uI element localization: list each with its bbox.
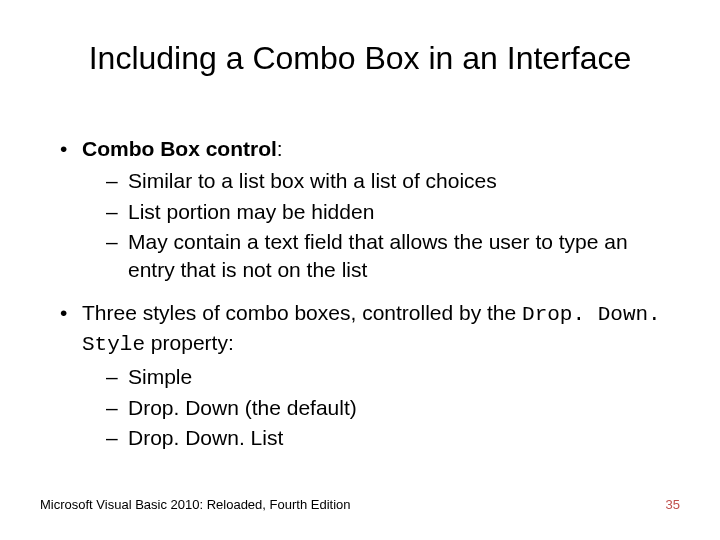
sub-item: List portion may be hidden xyxy=(106,198,670,226)
bullet-lead: Combo Box control xyxy=(82,137,277,160)
sublist-three-styles: Simple Drop. Down (the default) Drop. Do… xyxy=(60,363,670,452)
bullet-text-after: property: xyxy=(145,331,234,354)
slide-body: Combo Box control: Similar to a list box… xyxy=(60,135,670,454)
bullet-text-before: Three styles of combo boxes, controlled … xyxy=(82,301,522,324)
slide: Including a Combo Box in an Interface Co… xyxy=(0,0,720,540)
sub-item: Drop. Down. List xyxy=(106,424,670,452)
sub-item: Simple xyxy=(106,363,670,391)
footer-source: Microsoft Visual Basic 2010: Reloaded, F… xyxy=(40,497,350,512)
sub-item: May contain a text field that allows the… xyxy=(106,228,670,285)
slide-title: Including a Combo Box in an Interface xyxy=(0,40,720,77)
sub-item: Drop. Down (the default) xyxy=(106,394,670,422)
bullet-three-styles: Three styles of combo boxes, controlled … xyxy=(60,299,670,360)
bullet-combo-box-control: Combo Box control: xyxy=(60,135,670,163)
sublist-combo-box-control: Similar to a list box with a list of cho… xyxy=(60,167,670,284)
bullet-colon: : xyxy=(277,137,283,160)
sub-item: Similar to a list box with a list of cho… xyxy=(106,167,670,195)
footer-page-number: 35 xyxy=(666,497,680,512)
